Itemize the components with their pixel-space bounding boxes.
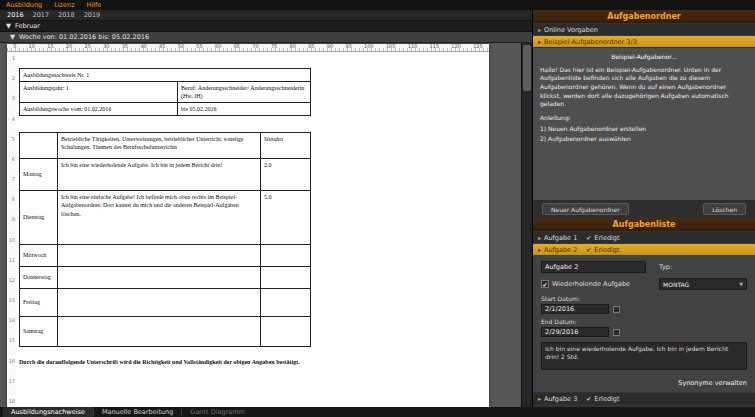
start-date-input[interactable] — [541, 304, 609, 314]
activities-header: Betriebliche Tätigkeiten, Unterweisungen… — [58, 133, 261, 159]
day-entry-text — [58, 289, 261, 317]
synonyms-link[interactable]: Synonyme verwalten — [541, 379, 747, 387]
task-description-textarea[interactable]: Ich bin eine wiederholende Aufgabe. Ich … — [541, 342, 747, 370]
folder-item-label: Online Vorgaben — [544, 26, 598, 34]
ruler-number: 25 — [85, 44, 91, 49]
ruler-number: 8 — [7, 197, 16, 202]
day-row: Mittwoch — [20, 245, 311, 267]
ruler-number: 17 — [7, 379, 16, 384]
task-name-input[interactable] — [541, 261, 646, 273]
task-name: Aufgabe 3 — [544, 395, 577, 403]
day-label: Montag — [20, 159, 58, 191]
day-hours — [261, 317, 311, 347]
report-header-table: Ausbildungsnachweis Nr. 1 Ausbildungsjah… — [19, 68, 311, 116]
checkmark-icon: ✔ — [586, 395, 591, 402]
ruler-number: 10 — [29, 44, 35, 49]
instruction-step: 1) Neuen Aufgabenordner erstellen — [540, 125, 748, 134]
task-item-2[interactable]: ▸ Aufgabe 2 ✔ Erledigt — [533, 244, 755, 255]
training-year: Ausbildungsjahr: 1 — [20, 82, 178, 103]
ruler-number: 110 — [408, 44, 418, 49]
app-window: AusbildungLizenzHilfe 2016201720182019 ▼… — [0, 0, 755, 417]
ruler-number: 40 — [140, 44, 146, 49]
aufgabenliste-header: Aufgabenliste — [533, 218, 755, 231]
recurring-task-label: Wiederholende Aufgabe — [552, 280, 630, 288]
ruler-number: 15 — [7, 338, 16, 343]
week-expander-row[interactable]: ▼ Woche von: 01.02.2016 bis: 05.02.2016 — [0, 32, 532, 43]
week-label: Woche von: 01.02.2016 bis: 05.02.2016 — [19, 33, 149, 41]
ruler-number: 18 — [7, 399, 16, 404]
week-table-header-row: Betriebliche Tätigkeiten, Unterweisungen… — [20, 133, 311, 159]
ruler-number: 85 — [308, 44, 314, 49]
ruler-number: 80 — [290, 44, 296, 49]
ruler-number: 35 — [122, 44, 128, 49]
ruler-number: 1 — [7, 56, 16, 61]
ruler-number: 105 — [386, 44, 396, 49]
chevron-down-icon: ▼ — [10, 33, 15, 41]
year-tab[interactable]: 2019 — [84, 11, 101, 19]
new-folder-button[interactable]: Neuer Aufgabenordner — [542, 203, 629, 215]
instruction-step: 2) Aufgabenordner auswählen — [540, 135, 748, 144]
recurring-task-checkbox[interactable]: ✔ — [541, 280, 549, 288]
ruler-number: 11 — [7, 258, 16, 263]
typ-selected-value: MONTAG — [663, 281, 689, 288]
typ-dropdown[interactable]: MONTAG ▼ — [659, 278, 747, 290]
year-tab[interactable]: 2018 — [58, 11, 75, 19]
checkmark-icon: ✔ — [586, 234, 591, 241]
task-edit-form: Typ: ✔ Wiederholende Aufgabe MONTAG ▼ St… — [533, 255, 755, 392]
ruler-number: 125 — [473, 44, 483, 49]
tab-gantt-diagramm[interactable]: Gantt Diagramm — [182, 407, 253, 417]
ruler-number: 50 — [178, 44, 184, 49]
ruler-number: 13 — [7, 298, 16, 303]
menu-item[interactable]: Lizenz — [54, 0, 74, 10]
task-name: Aufgabe 2 — [544, 246, 577, 254]
delete-folder-button[interactable]: Löschen — [703, 203, 746, 215]
day-row: Freitag — [20, 289, 311, 317]
menu-item[interactable]: Hilfe — [87, 0, 102, 10]
day-label: Dienstag — [20, 191, 58, 245]
end-date-checkbox[interactable] — [613, 329, 620, 336]
folder-item-beispiel-aufgabenordner[interactable]: ▸ Beispiel-Aufgabenordner 3/3 — [533, 36, 755, 47]
ruler-number: 7 — [7, 177, 16, 182]
expand-arrow-icon: ▸ — [538, 26, 541, 33]
document-area: 5101520253035404550556065707580859095100… — [0, 43, 521, 407]
week-to: bis 05.02.2016 — [178, 103, 311, 116]
typ-label: Typ: — [659, 263, 747, 271]
end-date-input[interactable] — [541, 327, 609, 337]
task-item-1[interactable]: ▸ Aufgabe 1 ✔ Erledigt — [533, 232, 755, 243]
ruler-number: 5 — [13, 44, 16, 49]
ruler-number: 15 — [47, 44, 53, 49]
day-entry-text: Ich bin eine wiederholende Aufgabe. Ich … — [58, 159, 261, 191]
ruler-number: 65 — [234, 44, 240, 49]
ruler-number: 45 — [159, 44, 165, 49]
tab-manuelle-bearbeitung[interactable]: Manuelle Bearbeitung — [94, 407, 181, 417]
folder-item-online-vorgaben[interactable]: ▸ Online Vorgaben — [533, 24, 755, 35]
document-scrollbar[interactable] — [521, 43, 532, 407]
year-tab[interactable]: 2017 — [33, 11, 50, 19]
chevron-down-icon: ▼ — [6, 22, 11, 30]
ruler-number: 120 — [451, 44, 461, 49]
menu-bar: AusbildungLizenzHilfe — [0, 0, 755, 10]
ruler-number: 14 — [7, 318, 16, 323]
menu-item[interactable]: Ausbildung — [6, 0, 42, 10]
day-hours — [261, 267, 311, 289]
task-item-3[interactable]: ▸ Aufgabe 3 ✔ Erledigt — [533, 393, 755, 404]
start-date-checkbox[interactable] — [613, 306, 620, 313]
task-status: Erledigt — [594, 234, 619, 242]
month-expander-row[interactable]: ▼ Februar — [0, 21, 532, 32]
day-row: Samstag — [20, 317, 311, 347]
expand-arrow-icon: ▸ — [538, 395, 541, 402]
ruler-number: 16 — [7, 359, 16, 364]
expand-arrow-icon: ▸ — [538, 38, 541, 45]
year-tab[interactable]: 2016 — [7, 11, 24, 19]
day-entry-text: Ich bin eine einfache Aufgabe! Ich befin… — [58, 191, 261, 245]
bottom-tab-bar: Ausbildungsnachweise Manuelle Bearbeitun… — [0, 407, 755, 417]
report-title: Ausbildungsnachweis Nr. 1 — [20, 69, 311, 82]
tab-ausbildungsnachweise[interactable]: Ausbildungsnachweise — [3, 407, 93, 417]
scrollbar-thumb[interactable] — [523, 45, 531, 91]
expand-arrow-icon: ▸ — [538, 246, 541, 253]
ruler-number: 5 — [7, 137, 16, 142]
ruler-number: 10 — [7, 238, 16, 243]
day-hours: 5.0 — [261, 191, 311, 245]
expand-arrow-icon: ▸ — [538, 234, 541, 241]
month-label: Februar — [15, 22, 40, 30]
